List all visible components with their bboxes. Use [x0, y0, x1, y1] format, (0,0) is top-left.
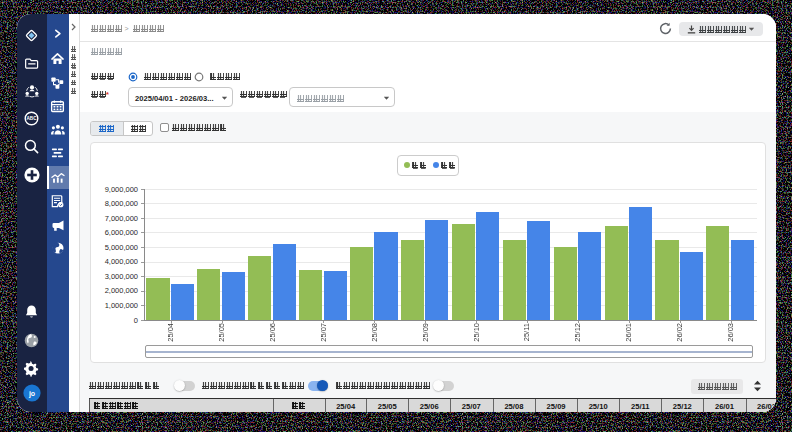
- svg-text:ABC: ABC: [27, 116, 38, 121]
- svg-text:jo: jo: [27, 389, 34, 397]
